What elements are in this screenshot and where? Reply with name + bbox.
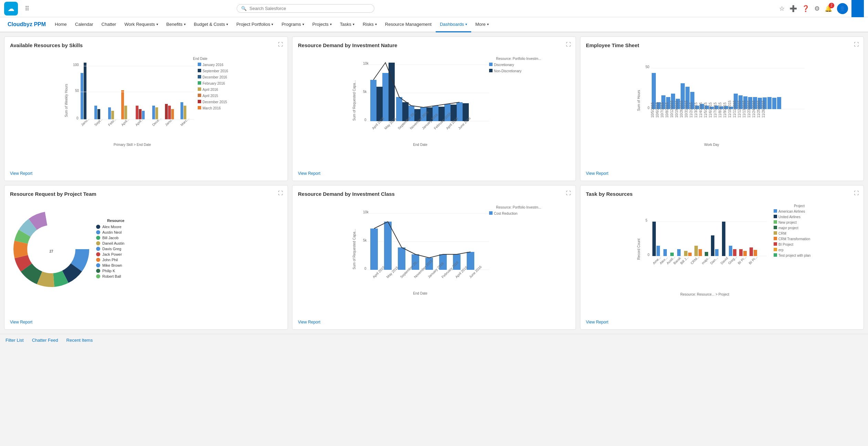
svg-text:Resource: Portfolio Investm...: Resource: Portfolio Investm... — [496, 57, 541, 61]
chart-resource-demand-class: Sum of Requested Capa... 10k 5k 0 End Da… — [298, 201, 570, 297]
nav-tasks[interactable]: Tasks ▾ — [336, 17, 359, 32]
svg-rect-196 — [688, 253, 692, 256]
svg-text:April 2016: April 2016 — [203, 88, 218, 92]
star-icon[interactable]: ☆ — [779, 5, 785, 12]
nav-programs[interactable]: Programs ▾ — [277, 17, 308, 32]
svg-text:Dan...: Dan... — [710, 256, 719, 265]
svg-text:Test project with plan: Test project with plan — [778, 254, 810, 257]
nav-work-requests[interactable]: Work Requests ▾ — [120, 17, 162, 32]
svg-text:0: 0 — [364, 267, 366, 270]
svg-rect-86 — [489, 69, 493, 72]
expand-icon-employee-timesheet[interactable]: ⛶ — [854, 42, 859, 47]
svg-rect-234 — [774, 242, 777, 246]
bottom-bar-filter-list[interactable]: Filter List — [6, 338, 24, 343]
bottom-bar-recent-items[interactable]: Recent Items — [66, 338, 93, 343]
svg-rect-22 — [184, 106, 186, 119]
svg-rect-190 — [652, 222, 656, 256]
donut-legend: Resource Alex Moore Austin Neol Bill Jac… — [96, 219, 124, 280]
nav-home[interactable]: Home — [51, 17, 71, 32]
search-input[interactable] — [249, 6, 370, 11]
chart-available-resources: Sum of Weekly Hours 100 50 0 Primary Ski… — [10, 52, 282, 149]
svg-rect-226 — [774, 220, 777, 224]
svg-rect-208 — [754, 250, 757, 256]
svg-text:Sum of Requested Capa...: Sum of Requested Capa... — [352, 229, 356, 269]
nav-calendar[interactable]: Calendar — [71, 17, 97, 32]
view-report-employee-timesheet[interactable]: View Report — [586, 171, 608, 176]
svg-rect-60 — [382, 73, 389, 121]
nav-dashboards[interactable]: Dashboards ▾ — [436, 17, 471, 32]
nav-resource-management[interactable]: Resource Management — [381, 17, 436, 32]
view-report-resource-request-project[interactable]: View Report — [10, 320, 32, 325]
svg-text:10/7/2015: 10/7/2015 — [660, 102, 664, 118]
svg-text:Project: Project — [794, 204, 805, 208]
nav-chatter[interactable]: Chatter — [97, 17, 121, 32]
view-report-resource-demand-class[interactable]: View Report — [298, 320, 320, 325]
expand-icon-available-resources[interactable]: ⛶ — [278, 42, 283, 47]
svg-text:End Date: End Date — [413, 143, 427, 147]
avatar[interactable]: 👤 — [837, 3, 848, 14]
svg-rect-194 — [677, 249, 681, 256]
svg-text:Greg...: Greg... — [727, 255, 737, 265]
dashboard-grid: Available Resources by Skills ⛶ Sum of W… — [0, 32, 868, 334]
svg-text:11/13/2015: 11/13/2015 — [742, 100, 746, 118]
notification-icon[interactable]: 🔔 2 — [825, 5, 832, 12]
nav-benefits[interactable]: Benefits ▾ — [162, 17, 190, 32]
svg-rect-120 — [777, 97, 781, 109]
nav-budget-costs[interactable]: Budget & Costs ▾ — [190, 17, 232, 32]
svg-text:10/12/2015: 10/12/2015 — [670, 100, 674, 118]
svg-rect-192 — [663, 249, 667, 256]
view-report-available-resources[interactable]: View Report — [10, 171, 32, 176]
svg-rect-167 — [398, 247, 405, 270]
svg-rect-7 — [94, 106, 97, 119]
svg-text:11/24/2015: 11/24/2015 — [752, 100, 756, 118]
nav-bar: Cloudbyz PPM Home Calendar Chatter Work … — [0, 17, 868, 32]
nav-risks[interactable]: Risks ▾ — [359, 17, 381, 32]
help-icon[interactable]: ❓ — [802, 5, 809, 12]
svg-rect-195 — [684, 251, 688, 256]
svg-text:April 2015: April 2015 — [203, 94, 218, 98]
view-report-resource-demand-nature[interactable]: View Report — [298, 171, 320, 176]
card-available-resources: Available Resources by Skills ⛶ Sum of W… — [4, 36, 288, 181]
svg-text:CRM Transformation: CRM Transformation — [778, 237, 810, 241]
search-bar[interactable]: 🔍 — [237, 4, 374, 13]
svg-rect-236 — [774, 248, 777, 251]
svg-rect-191 — [657, 246, 660, 256]
settings-icon[interactable]: ⚙ — [814, 5, 820, 12]
grid-icon[interactable]: ⠿ — [21, 5, 33, 12]
svg-text:10/5/2015: 10/5/2015 — [651, 102, 654, 118]
svg-rect-200 — [711, 235, 714, 256]
svg-text:11/12/2015: 11/12/2015 — [737, 100, 741, 118]
svg-rect-16 — [152, 106, 155, 119]
card-task-by-resources: Task by Resources ⛶ Record Count 5 0 Res… — [580, 185, 864, 330]
view-report-task-by-resources[interactable]: View Report — [586, 320, 608, 325]
svg-rect-45 — [198, 106, 201, 109]
expand-icon-resource-request-project[interactable]: ⛶ — [278, 190, 283, 196]
bottom-bar-chatter-feed[interactable]: Chatter Feed — [32, 338, 58, 343]
plus-icon[interactable]: ➕ — [789, 5, 797, 12]
svg-text:11/25/2015: 11/25/2015 — [757, 100, 761, 118]
svg-rect-230 — [774, 231, 777, 235]
svg-rect-13 — [136, 106, 138, 119]
svg-text:Sum of Hours: Sum of Hours — [637, 90, 641, 111]
svg-rect-165 — [370, 229, 378, 270]
svg-text:10/6/2015: 10/6/2015 — [655, 102, 659, 118]
card-title-task-by-resources: Task by Resources — [586, 191, 858, 197]
svg-rect-31 — [198, 63, 201, 66]
svg-rect-228 — [774, 226, 777, 229]
svg-text:0: 0 — [648, 253, 650, 257]
svg-rect-119 — [772, 98, 776, 109]
svg-text:September 2016: September 2016 — [203, 69, 228, 73]
svg-text:David: David — [720, 256, 729, 265]
svg-text:Resource: Portfolio Investm...: Resource: Portfolio Investm... — [496, 205, 541, 209]
nav-projects[interactable]: Projects ▾ — [308, 17, 336, 32]
nav-project-portfolios[interactable]: Project Portfolios ▾ — [232, 17, 277, 32]
svg-rect-61 — [396, 97, 402, 121]
svg-text:Sum of Weekly Hours: Sum of Weekly Hours — [64, 84, 68, 117]
expand-icon-task-by-resources[interactable]: ⛶ — [854, 190, 859, 196]
svg-rect-12 — [124, 106, 127, 119]
expand-icon-resource-demand-nature[interactable]: ⛶ — [566, 42, 571, 47]
expand-icon-resource-demand-class[interactable]: ⛶ — [566, 190, 571, 196]
nav-more[interactable]: More ▾ — [471, 17, 493, 32]
bottom-bar: Filter List Chatter Feed Recent Items — [0, 334, 868, 346]
card-title-resource-demand-nature: Resource Demand by Investment Nature — [298, 42, 570, 48]
